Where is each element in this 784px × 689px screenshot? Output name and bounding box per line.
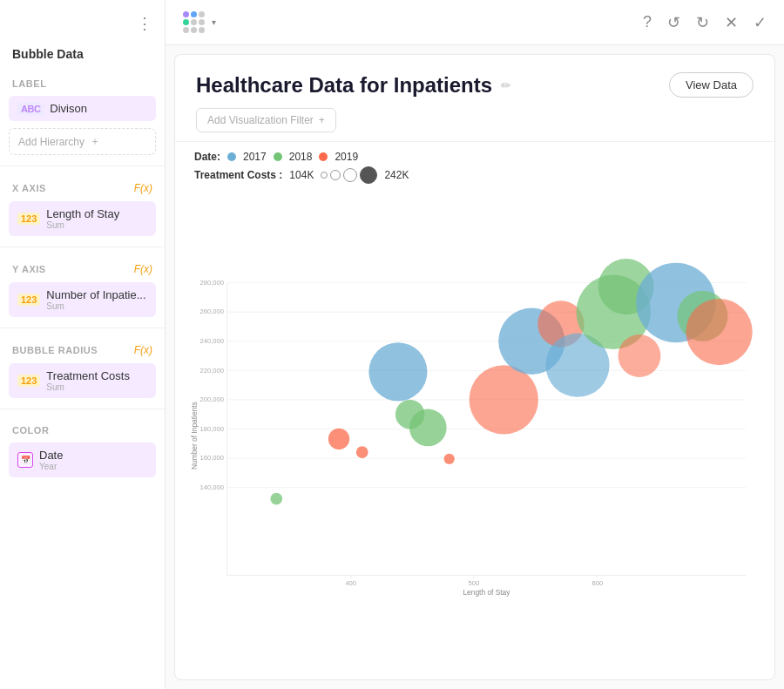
y-axis-label: Number of Inpatients	[190, 402, 199, 469]
bubble	[618, 334, 661, 377]
x-axis-content: Length of Stay Sum	[46, 207, 119, 230]
plus-icon: ＋	[90, 134, 100, 149]
view-data-button[interactable]: View Data	[669, 72, 754, 98]
bubble-radius-title: BUBBLE RADIUS	[12, 345, 98, 355]
svg-text:160,000: 160,000	[199, 454, 224, 462]
sidebar: ⋮ Bubble Data LABEL ABC Divison Add Hier…	[0, 0, 166, 689]
x-axis: 400 500 600	[345, 575, 603, 586]
bubble-chart-svg: Number of Inpatients 280,000 260,000	[187, 187, 766, 671]
x-axis-header: X AXIS F(x)	[0, 173, 165, 198]
abc-icon: ABC	[17, 103, 44, 115]
label-section-header: LABEL	[0, 70, 165, 92]
legend-circle-lg	[343, 168, 357, 182]
color-pill[interactable]: 📅 Date Year	[9, 442, 156, 477]
svg-text:600: 600	[592, 579, 604, 587]
app-icon	[183, 11, 205, 33]
chart-title: Healthcare Data for Inpatients	[196, 73, 492, 98]
topbar: ▾ ? ↺ ↻ ✕ ✓	[166, 0, 784, 45]
chart-area: Date: 2017 2018 2019 Treatment Costs : 1…	[175, 142, 774, 679]
x-axis-text: Length of Stay	[46, 207, 119, 220]
svg-text:500: 500	[469, 579, 480, 587]
y-axis-sub: Sum	[46, 301, 145, 311]
bubble	[356, 446, 368, 458]
add-filter-label: Add Visualization Filter	[207, 114, 314, 126]
plus-icon: +	[319, 114, 325, 126]
x-axis-label: Length of Stay	[463, 588, 510, 597]
bubble	[686, 299, 752, 365]
legend-circle-sm	[321, 172, 328, 179]
legend-treatment-row: Treatment Costs : 104K 242K	[194, 166, 766, 184]
y-axis-title: Y AXIS	[12, 264, 46, 274]
bubble-radius-pill[interactable]: 123 Treatment Costs Sum	[9, 363, 156, 398]
legend-year-2019: 2019	[335, 151, 358, 163]
add-hierarchy-label: Add Hierarchy	[18, 136, 84, 148]
legend-treatment-min: 104K	[289, 169, 314, 181]
edit-icon[interactable]: ✏	[501, 78, 511, 92]
svg-text:220,000: 220,000	[199, 367, 224, 375]
undo-icon[interactable]: ↺	[667, 13, 680, 32]
svg-text:260,000: 260,000	[199, 307, 224, 315]
legend-circle-md	[330, 170, 341, 180]
bubble-radius-text: Treatment Costs	[46, 369, 130, 382]
chart-header: Healthcare Data for Inpatients ✏ View Da…	[175, 55, 774, 142]
svg-text:140,000: 140,000	[199, 483, 224, 491]
y-axis-content: Number of Inpatie... Sum	[46, 288, 145, 311]
legend-circle-xl	[360, 166, 377, 184]
bubble-radius-sub: Sum	[46, 382, 130, 392]
y-axis-header: Y AXIS F(x)	[0, 254, 165, 279]
check-icon[interactable]: ✓	[754, 13, 767, 32]
topbar-right: ? ↺ ↻ ✕ ✓	[643, 13, 767, 32]
chart-panel: Healthcare Data for Inpatients ✏ View Da…	[174, 54, 775, 680]
svg-text:280,000: 280,000	[199, 279, 224, 287]
label-divison-pill[interactable]: ABC Divison	[9, 96, 156, 121]
svg-text:240,000: 240,000	[199, 337, 224, 345]
legend-date-label: Date:	[194, 151, 220, 163]
date-icon: 📅	[17, 452, 33, 468]
svg-text:200,000: 200,000	[199, 395, 224, 403]
label-divison-text: Divison	[50, 102, 87, 115]
bubble-radius-fx-button[interactable]: F(x)	[134, 344, 152, 356]
y-axis-text: Number of Inpatie...	[46, 288, 145, 301]
num-icon-x: 123	[17, 213, 40, 225]
color-header: COLOR	[0, 416, 165, 439]
redo-icon[interactable]: ↻	[696, 13, 709, 32]
x-axis-title: X AXIS	[12, 183, 46, 193]
y-axis-fx-button[interactable]: F(x)	[134, 263, 152, 275]
close-icon[interactable]: ✕	[725, 13, 738, 32]
sidebar-menu-icon[interactable]: ⋮	[125, 10, 165, 44]
legend-year-2018: 2018	[289, 151, 313, 163]
bubble	[444, 454, 455, 464]
svg-text:180,000: 180,000	[199, 425, 224, 433]
bubble	[470, 365, 538, 434]
legend-dot-2019	[319, 152, 328, 161]
x-axis-sub: Sum	[46, 220, 119, 230]
legend-dot-2018	[274, 152, 282, 161]
bubble	[409, 409, 447, 447]
num-icon-y: 123	[17, 294, 40, 306]
legend-treatment-max: 242K	[384, 169, 409, 181]
topbar-left: ▾	[183, 11, 216, 33]
bubble-radius-header: BUBBLE RADIUS F(x)	[0, 335, 165, 360]
color-sub: Year	[39, 462, 63, 471]
add-filter-button[interactable]: Add Visualization Filter +	[196, 108, 336, 132]
chevron-down-icon[interactable]: ▾	[212, 17, 216, 27]
legend-treatment-label: Treatment Costs :	[194, 169, 282, 181]
bubble	[328, 429, 349, 449]
add-hierarchy-button[interactable]: Add Hierarchy ＋	[9, 128, 156, 155]
legend-date-row: Date: 2017 2018 2019	[194, 151, 766, 163]
legend-year-2017: 2017	[243, 151, 267, 163]
main-panel: ▾ ? ↺ ↻ ✕ ✓ Healthcare Data for Inpatien…	[166, 0, 784, 689]
color-text: Date	[39, 449, 63, 462]
x-axis-pill[interactable]: 123 Length of Stay Sum	[9, 201, 156, 236]
chart-title-row: Healthcare Data for Inpatients ✏ View Da…	[196, 72, 754, 98]
filter-row: Add Visualization Filter +	[196, 108, 754, 132]
chart-svg-wrapper: Number of Inpatients 280,000 260,000	[187, 187, 766, 671]
help-icon[interactable]: ?	[643, 13, 652, 31]
color-content: Date Year	[39, 449, 63, 471]
chart-legend: Date: 2017 2018 2019 Treatment Costs : 1…	[187, 151, 766, 184]
bubble	[368, 342, 427, 401]
y-axis-pill[interactable]: 123 Number of Inpatie... Sum	[9, 282, 156, 317]
color-title: COLOR	[12, 425, 49, 436]
x-axis-fx-button[interactable]: F(x)	[134, 182, 152, 194]
bubble	[270, 493, 282, 505]
